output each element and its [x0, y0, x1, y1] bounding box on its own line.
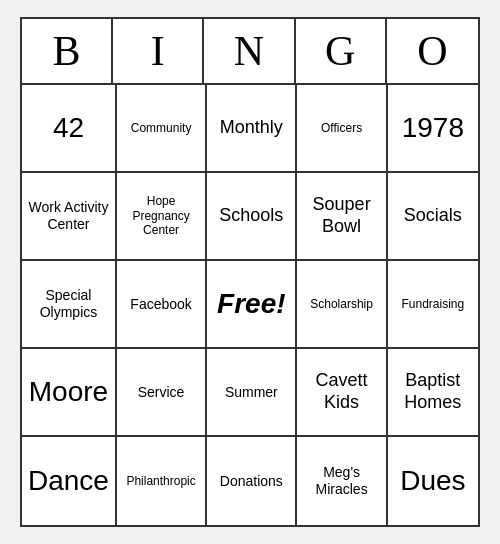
header-b: B	[22, 19, 113, 83]
cell-text-14: Fundraising	[402, 297, 465, 311]
bingo-cell-10: Special Olympics	[22, 261, 117, 349]
bingo-cell-15: Moore	[22, 349, 117, 437]
cell-text-22: Donations	[220, 473, 283, 490]
bingo-cell-2: Monthly	[207, 85, 297, 173]
header-g: G	[296, 19, 387, 83]
bingo-cell-4: 1978	[388, 85, 478, 173]
cell-text-9: Socials	[404, 205, 462, 227]
cell-text-5: Work Activity Center	[28, 199, 109, 233]
bingo-cell-7: Schools	[207, 173, 297, 261]
cell-text-18: Cavett Kids	[303, 370, 379, 413]
cell-text-16: Service	[138, 384, 185, 401]
cell-text-8: Souper Bowl	[303, 194, 379, 237]
cell-text-3: Officers	[321, 121, 362, 135]
bingo-cell-18: Cavett Kids	[297, 349, 387, 437]
cell-text-21: Philanthropic	[126, 474, 195, 488]
bingo-cell-8: Souper Bowl	[297, 173, 387, 261]
cell-text-11: Facebook	[130, 296, 191, 313]
bingo-cell-19: Baptist Homes	[388, 349, 478, 437]
bingo-cell-24: Dues	[388, 437, 478, 525]
bingo-cell-9: Socials	[388, 173, 478, 261]
bingo-cell-16: Service	[117, 349, 207, 437]
cell-text-10: Special Olympics	[28, 287, 109, 321]
bingo-cell-20: Dance	[22, 437, 117, 525]
bingo-cell-3: Officers	[297, 85, 387, 173]
bingo-header: B I N G O	[22, 19, 478, 85]
cell-text-2: Monthly	[220, 117, 283, 139]
bingo-cell-23: Meg's Miracles	[297, 437, 387, 525]
cell-text-12: Free!	[217, 287, 285, 321]
bingo-cell-1: Community	[117, 85, 207, 173]
bingo-grid: 42CommunityMonthlyOfficers1978Work Activ…	[22, 85, 478, 525]
header-i: I	[113, 19, 204, 83]
cell-text-24: Dues	[400, 464, 465, 498]
bingo-cell-21: Philanthropic	[117, 437, 207, 525]
cell-text-17: Summer	[225, 384, 278, 401]
cell-text-15: Moore	[29, 375, 108, 409]
cell-text-13: Scholarship	[310, 297, 373, 311]
bingo-card: B I N G O 42CommunityMonthlyOfficers1978…	[20, 17, 480, 527]
bingo-cell-22: Donations	[207, 437, 297, 525]
cell-text-4: 1978	[402, 111, 464, 145]
cell-text-7: Schools	[219, 205, 283, 227]
bingo-cell-14: Fundraising	[388, 261, 478, 349]
bingo-cell-13: Scholarship	[297, 261, 387, 349]
bingo-cell-0: 42	[22, 85, 117, 173]
bingo-cell-6: Hope Pregnancy Center	[117, 173, 207, 261]
cell-text-20: Dance	[28, 464, 109, 498]
bingo-cell-17: Summer	[207, 349, 297, 437]
bingo-cell-5: Work Activity Center	[22, 173, 117, 261]
bingo-cell-11: Facebook	[117, 261, 207, 349]
header-n: N	[204, 19, 295, 83]
header-o: O	[387, 19, 478, 83]
cell-text-0: 42	[53, 111, 84, 145]
cell-text-19: Baptist Homes	[394, 370, 472, 413]
cell-text-23: Meg's Miracles	[303, 464, 379, 498]
cell-text-6: Hope Pregnancy Center	[123, 194, 199, 237]
cell-text-1: Community	[131, 121, 192, 135]
bingo-cell-12: Free!	[207, 261, 297, 349]
